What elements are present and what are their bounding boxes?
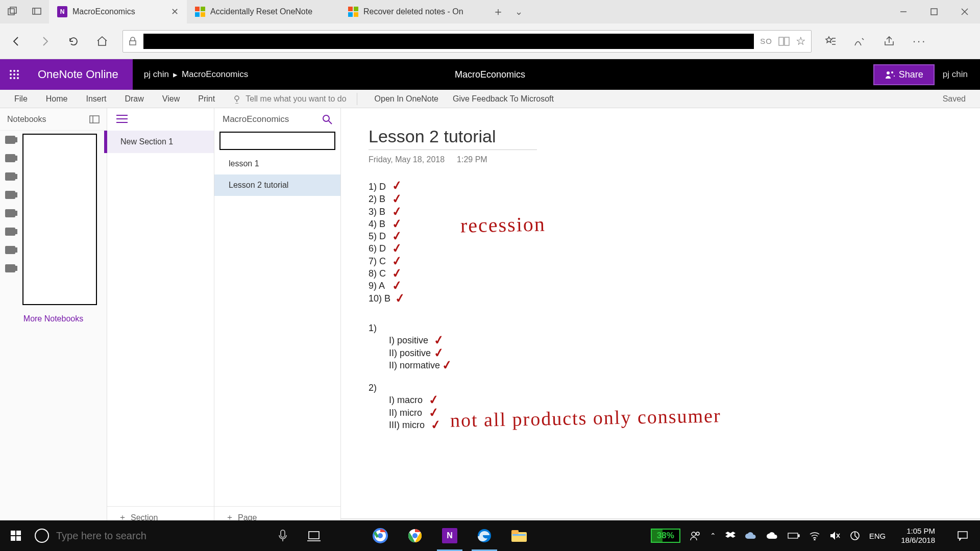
ribbon-tab-draw[interactable]: Draw: [115, 94, 153, 104]
ribbon-tab-home[interactable]: Home: [37, 94, 77, 104]
favorites-list-icon[interactable]: [824, 35, 836, 47]
notebook-icon[interactable]: [5, 209, 15, 217]
svg-point-21: [17, 77, 19, 79]
tab-preview-button[interactable]: [24, 0, 49, 23]
svg-point-15: [17, 70, 19, 72]
note-body[interactable]: 1) D✓ 2) B✓ 3) B✓ 4) B✓ 5) D✓ 6) D✓ 7) C…: [369, 181, 952, 431]
back-button[interactable]: [8, 33, 24, 49]
tell-me-search[interactable]: Tell me what you want to do: [232, 94, 346, 104]
section-item[interactable]: New Section 1: [104, 131, 214, 153]
breadcrumb[interactable]: pj chin ▸ MacroEconomics: [133, 69, 260, 80]
more-notebooks-link[interactable]: More Notebooks: [0, 308, 107, 330]
action-center-button[interactable]: [950, 531, 975, 541]
taskbar-app-onenote[interactable]: N: [433, 520, 467, 551]
text-line: 6) D✓: [369, 242, 952, 255]
taskbar-app-chrome[interactable]: [363, 520, 397, 551]
nav-menu-icon[interactable]: [116, 114, 128, 123]
page-item[interactable]: Lesson 2 tutorial: [214, 174, 340, 196]
dropbox-icon[interactable]: [725, 531, 736, 540]
battery-status[interactable]: 38%: [651, 529, 680, 543]
mic-icon[interactable]: [278, 529, 288, 542]
tab-overflow-button[interactable]: ⌄: [508, 0, 529, 23]
new-page-title-input[interactable]: [219, 132, 335, 150]
workspace: Notebooks More Notebooks New Section 1: [0, 108, 980, 529]
svg-rect-37: [309, 532, 319, 539]
more-icon[interactable]: ···: [913, 35, 926, 48]
app-launcher-button[interactable]: [0, 59, 29, 90]
window-minimize-button[interactable]: [888, 0, 919, 23]
notebook-list: [5, 134, 15, 272]
notebook-icon[interactable]: [5, 154, 15, 162]
taskview-button[interactable]: [297, 520, 331, 551]
svg-point-16: [10, 73, 12, 76]
onenote-favicon-icon: N: [57, 7, 67, 17]
give-feedback-link[interactable]: Give Feedback To Microsoft: [446, 94, 561, 104]
svg-rect-8: [779, 37, 783, 45]
start-button[interactable]: [0, 530, 32, 542]
browser-tab-1[interactable]: Accidentally Reset OneNote: [187, 0, 340, 23]
ribbon-tab-file[interactable]: File: [5, 94, 37, 104]
address-bar[interactable]: SO ☆: [122, 30, 812, 53]
text-line: II) positive✓: [389, 347, 952, 359]
note-canvas[interactable]: Lesson 2 tutorial Friday, May 18, 2018 1…: [341, 108, 980, 529]
window-maximize-button[interactable]: [919, 0, 949, 23]
taskbar-app-chrome[interactable]: [398, 520, 432, 551]
text-line: 2) B✓: [369, 193, 952, 205]
battery-icon[interactable]: [788, 532, 800, 539]
ribbon-tab-print[interactable]: Print: [189, 94, 224, 104]
notebook-icon[interactable]: [5, 191, 15, 199]
search-icon[interactable]: [322, 114, 332, 124]
notebook-icon[interactable]: [5, 136, 15, 144]
browser-tab-2[interactable]: Recover deleted notes - On: [340, 0, 488, 23]
svg-rect-47: [512, 534, 526, 536]
input-lang[interactable]: ENG: [869, 532, 886, 540]
ribbon-tab-insert[interactable]: Insert: [77, 94, 115, 104]
ribbon: File Home Insert Draw View Print Tell me…: [0, 90, 980, 108]
taskbar-search[interactable]: [32, 520, 297, 551]
ribbon-tab-view[interactable]: View: [153, 94, 189, 104]
onedrive-icon[interactable]: [766, 532, 778, 540]
page-time: 1:29 PM: [457, 155, 487, 164]
forward-button[interactable]: [37, 33, 53, 49]
svg-point-24: [235, 96, 239, 100]
people-icon[interactable]: [690, 530, 701, 541]
notebook-icon[interactable]: [5, 228, 15, 236]
sections-pane: New Section 1 ＋ Section: [107, 108, 214, 529]
collapse-pane-icon[interactable]: [89, 115, 100, 123]
taskbar-app-explorer[interactable]: [502, 520, 536, 551]
new-tab-button[interactable]: ＋: [488, 0, 508, 23]
window-close-button[interactable]: [949, 0, 980, 23]
notebook-thumbnail[interactable]: [22, 134, 97, 305]
taskbar-clock[interactable]: 1:05 PM 18/6/2018: [895, 527, 941, 545]
share-button[interactable]: Share: [873, 64, 935, 85]
favorite-star-icon[interactable]: ☆: [796, 35, 806, 48]
volume-muted-icon[interactable]: [829, 531, 841, 541]
signed-in-user[interactable]: pj chin: [943, 69, 968, 80]
notebook-icon[interactable]: [5, 264, 15, 272]
page-title[interactable]: Lesson 2 tutorial: [369, 127, 537, 150]
onenote-brand[interactable]: OneNote Online: [29, 59, 133, 90]
notes-icon[interactable]: [853, 35, 866, 47]
taskbar-app-edge[interactable]: [468, 520, 501, 551]
notebook-icon[interactable]: [5, 172, 15, 181]
browser-titlebar: N MacroEconomics ✕ Accidentally Reset On…: [0, 0, 980, 23]
svg-rect-7: [130, 41, 136, 45]
open-in-onenote-link[interactable]: Open In OneNote: [368, 94, 446, 104]
onedrive-icon[interactable]: [745, 532, 757, 540]
share-icon[interactable]: [883, 35, 895, 47]
reading-view-icon[interactable]: [778, 37, 790, 46]
close-tab-icon[interactable]: ✕: [171, 6, 179, 17]
browser-tab-0[interactable]: N MacroEconomics ✕: [49, 0, 187, 23]
share-label: Share: [899, 69, 923, 80]
tab-sets-button[interactable]: [0, 0, 24, 23]
wifi-icon[interactable]: [809, 531, 820, 540]
beats-icon[interactable]: [850, 531, 860, 541]
page-item[interactable]: lesson 1: [214, 153, 340, 174]
notebook-icon[interactable]: [5, 246, 15, 254]
tray-chevron-icon[interactable]: ⌃: [710, 532, 716, 540]
taskbar-search-input[interactable]: [56, 530, 271, 542]
crumb-notebook: MacroEconomics: [182, 69, 248, 80]
home-button[interactable]: [94, 33, 110, 49]
refresh-button[interactable]: [65, 33, 82, 49]
svg-rect-1: [10, 7, 16, 13]
